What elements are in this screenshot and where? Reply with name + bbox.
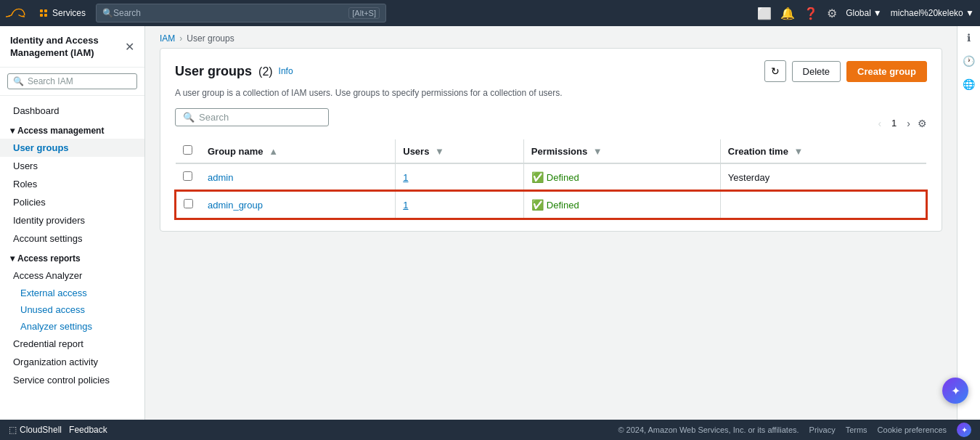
bell-icon[interactable]: 🔔 — [780, 7, 795, 20]
sidebar-item-users[interactable]: Users — [0, 157, 144, 175]
svg-rect-1 — [44, 9, 47, 12]
select-all-header[interactable] — [176, 139, 200, 163]
right-panel-clock-icon[interactable]: 🕐 — [963, 55, 975, 67]
top-nav-right: ⬜ 🔔 ❓ ⚙ Global ▼ michael%20keleko ▼ — [757, 7, 974, 20]
pagination-prev-button[interactable]: ‹ — [875, 116, 884, 131]
sidebar-header: Identity and Access Management (IAM) ✕ — [0, 26, 144, 68]
row-2-permissions: ✅ Defined — [524, 191, 720, 219]
row-1-group-name: admin — [200, 163, 395, 191]
table-pagination: ‹ 1 › ⚙ — [875, 116, 927, 131]
sidebar-item-dashboard[interactable]: Dashboard — [0, 102, 144, 120]
chatbot-button[interactable]: ✦ — [942, 378, 968, 404]
sidebar-search-area: 🔍 — [0, 68, 144, 96]
sidebar-search-input[interactable] — [28, 76, 136, 86]
sidebar-item-account-settings[interactable]: Account settings — [0, 229, 144, 248]
aws-logo — [6, 7, 26, 20]
bottom-chatbot-icon[interactable]: ✦ — [957, 423, 971, 437]
select-all-checkbox[interactable] — [183, 145, 192, 155]
settings-icon[interactable]: ⚙ — [827, 7, 837, 20]
row-1-creation-time: Yesterday — [721, 163, 926, 191]
user-groups-card: User groups (2) Info ↻ Delete Create gro… — [160, 48, 942, 232]
privacy-link[interactable]: Privacy — [809, 425, 836, 434]
row-1-permissions: ✅ Defined — [524, 163, 720, 191]
content-area: User groups (2) Info ↻ Delete Create gro… — [145, 48, 957, 246]
user-menu[interactable]: michael%20keleko ▼ — [891, 8, 974, 18]
sidebar-item-unused-access[interactable]: Unused access — [0, 301, 144, 318]
card-header: User groups (2) Info ↻ Delete Create gro… — [175, 60, 927, 82]
main-content: IAM › User groups User groups (2) Info ↻ — [145, 26, 957, 440]
chatbot-icon: ✦ — [951, 384, 960, 398]
card-title: User groups (2) — [175, 64, 273, 79]
col-permissions[interactable]: Permissions ▼ — [524, 139, 720, 163]
help-icon[interactable]: ❓ — [804, 7, 818, 20]
sidebar-item-external-access[interactable]: External access — [0, 285, 144, 301]
table-search-input[interactable] — [199, 112, 321, 123]
right-panel-globe-icon[interactable]: 🌐 — [963, 78, 975, 90]
row-2-status-icon: ✅ — [531, 199, 544, 211]
global-search-input[interactable] — [113, 8, 348, 18]
sidebar-section-access-management[interactable]: ▾ Access management — [0, 120, 144, 139]
sidebar-item-roles[interactable]: Roles — [0, 175, 144, 193]
table-settings-icon[interactable]: ⚙ — [918, 118, 927, 129]
row-2-checkbox-cell[interactable] — [176, 191, 200, 219]
breadcrumb-current: User groups — [187, 33, 234, 44]
row-2-group-link[interactable]: admin_group — [208, 200, 263, 211]
table-search-box[interactable]: 🔍 — [175, 108, 329, 126]
cloudshell-button[interactable]: ⬚ CloudShell — [9, 425, 62, 435]
svg-rect-0 — [40, 9, 43, 12]
row-2-checkbox[interactable] — [184, 199, 193, 208]
sidebar-item-policies[interactable]: Policies — [0, 193, 144, 211]
row-2-permissions-label: Defined — [547, 200, 579, 211]
bottom-bar-right: © 2024, Amazon Web Services, Inc. or its… — [618, 423, 971, 437]
table-row: admin_group 1 ✅ Defined — [176, 191, 926, 219]
svg-rect-3 — [44, 14, 47, 17]
delete-button[interactable]: Delete — [792, 61, 841, 82]
svg-rect-2 — [40, 14, 43, 17]
services-label: Services — [52, 8, 86, 18]
terms-link[interactable]: Terms — [846, 425, 867, 434]
card-description: A user group is a collection of IAM user… — [175, 88, 927, 98]
row-1-checkbox-cell[interactable] — [176, 163, 200, 191]
sidebar-item-service-control-policies[interactable]: Service control policies — [0, 371, 144, 389]
breadcrumb-separator: › — [179, 33, 182, 44]
col-creation-time[interactable]: Creation time ▼ — [721, 139, 926, 163]
row-2-users: 1 — [396, 191, 523, 219]
row-2-group-name: admin_group — [200, 191, 395, 219]
create-group-button[interactable]: Create group — [846, 61, 927, 82]
row-2-creation-time — [721, 191, 926, 219]
sidebar-section-access-reports[interactable]: ▾ Access reports — [0, 248, 144, 266]
row-1-checkbox[interactable] — [183, 171, 192, 181]
copyright-text: © 2024, Amazon Web Services, Inc. or its… — [618, 425, 799, 434]
col-users[interactable]: Users ▼ — [396, 139, 523, 163]
cloudshell-icon: ⬚ — [9, 425, 17, 435]
right-panel-info-icon[interactable]: ℹ — [967, 32, 971, 44]
sidebar-nav: Dashboard ▾ Access management User group… — [0, 96, 144, 440]
sidebar-item-user-groups[interactable]: User groups — [0, 139, 144, 157]
sidebar-search-icon: 🔍 — [13, 76, 24, 86]
breadcrumb-iam[interactable]: IAM — [160, 33, 175, 44]
sidebar-item-organization-activity[interactable]: Organization activity — [0, 353, 144, 371]
info-badge[interactable]: Info — [279, 66, 293, 76]
cookie-preferences-link[interactable]: Cookie preferences — [878, 425, 947, 434]
region-selector[interactable]: Global ▼ — [846, 8, 882, 18]
col-group-name[interactable]: Group name ▲ — [200, 139, 395, 163]
card-header-left: User groups (2) Info — [175, 64, 293, 79]
search-shortcut: [Alt+S] — [348, 7, 380, 19]
sidebar-close-button[interactable]: ✕ — [125, 40, 134, 54]
global-search-bar[interactable]: 🔍 [Alt+S] — [96, 4, 386, 23]
row-1-group-link[interactable]: admin — [208, 172, 233, 183]
sidebar-item-access-analyzer[interactable]: Access Analyzer — [0, 266, 144, 285]
terminal-icon[interactable]: ⬜ — [757, 7, 772, 20]
sidebar-title: Identity and Access Management (IAM) — [10, 35, 125, 60]
sidebar-item-credential-report[interactable]: Credential report — [0, 335, 144, 353]
refresh-button[interactable]: ↻ — [764, 60, 786, 82]
pagination-current-page: 1 — [889, 118, 899, 129]
pagination-next-button[interactable]: › — [904, 116, 913, 131]
feedback-button[interactable]: Feedback — [69, 425, 107, 435]
sidebar-item-analyzer-settings[interactable]: Analyzer settings — [0, 318, 144, 335]
table-search-icon: 🔍 — [183, 112, 195, 123]
row-1-status-icon: ✅ — [531, 171, 544, 183]
sidebar-item-identity-providers[interactable]: Identity providers — [0, 211, 144, 229]
services-button[interactable]: Services — [35, 5, 90, 21]
app-layout: Identity and Access Management (IAM) ✕ 🔍… — [0, 26, 980, 440]
